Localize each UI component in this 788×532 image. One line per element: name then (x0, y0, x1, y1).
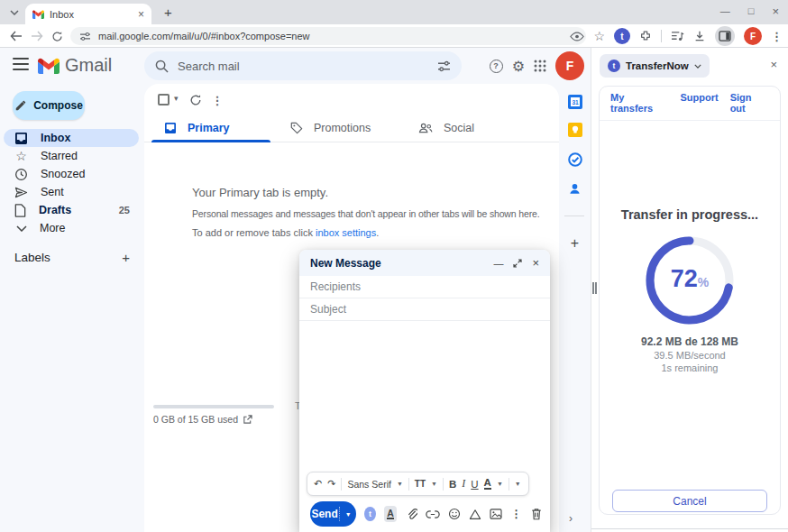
forward-button[interactable] (28, 27, 46, 45)
extensions-puzzle-icon[interactable] (639, 30, 652, 42)
sidebar-item-snoozed[interactable]: Snoozed (0, 165, 144, 183)
main-menu-icon[interactable] (13, 58, 29, 70)
refresh-button[interactable] (48, 27, 66, 45)
side-panel-source-select[interactable]: t TransferNow (600, 54, 710, 78)
storage-progress-bar (153, 405, 274, 408)
transfernow-compose-icon[interactable]: t (364, 507, 376, 521)
bold-button[interactable]: B (449, 479, 456, 490)
undo-icon[interactable]: ↶ (314, 478, 322, 490)
browser-profile-avatar[interactable]: F (744, 27, 762, 45)
sidebar-item-drafts[interactable]: Drafts 25 (0, 201, 144, 219)
sidebar-item-inbox[interactable]: Inbox (4, 129, 139, 147)
attach-file-icon[interactable] (405, 507, 417, 522)
labels-header: Labels (14, 251, 50, 264)
contacts-icon[interactable] (567, 181, 582, 197)
sidebar-item-more[interactable]: More (0, 219, 144, 237)
draft-file-icon (14, 204, 26, 217)
compose-close-icon[interactable]: × (532, 256, 539, 270)
collapse-panel-arrow[interactable]: › (569, 512, 573, 525)
panel-resize-handle[interactable] (592, 282, 597, 294)
compose-header[interactable]: New Message — × (299, 250, 550, 276)
my-transfers-link[interactable]: My transfers (610, 92, 668, 114)
tab-search-button[interactable] (7, 5, 22, 20)
text-color-button[interactable]: A (484, 478, 491, 490)
transfernow-card: My transfers Support Sign out Transfer i… (599, 86, 781, 515)
back-button[interactable] (7, 27, 25, 45)
transfernow-extension-icon[interactable]: t (614, 28, 630, 44)
subject-input[interactable] (310, 303, 539, 316)
companion-sidebar: 31 + › (559, 84, 591, 532)
send-button[interactable]: Send ▼ (310, 501, 356, 527)
font-caret-icon[interactable]: ▼ (397, 481, 403, 487)
browser-tab-inbox[interactable]: Inbox × (25, 4, 151, 24)
sign-out-link[interactable]: Sign out (730, 92, 769, 114)
media-controls-icon[interactable] (671, 31, 684, 41)
inbox-settings-link[interactable]: inbox settings (316, 227, 376, 238)
create-label-button[interactable]: + (122, 250, 130, 265)
gmail-profile-avatar[interactable]: F (555, 51, 584, 80)
tab-primary[interactable]: Primary (151, 113, 270, 142)
window-maximize-button[interactable]: □ (748, 5, 755, 16)
window-minimize-button[interactable]: — (720, 5, 730, 16)
refresh-list-button[interactable] (188, 92, 204, 108)
search-input[interactable] (178, 60, 428, 73)
get-addons-button[interactable]: + (567, 235, 582, 251)
password-eye-icon[interactable] (570, 32, 584, 41)
discard-draft-icon[interactable] (530, 507, 543, 522)
window-close-button[interactable]: × (772, 5, 779, 18)
recipients-input[interactable] (310, 280, 539, 293)
insert-image-icon[interactable] (490, 507, 502, 522)
formatting-options-button[interactable]: A (384, 506, 397, 522)
font-size-button[interactable]: TT (415, 479, 426, 489)
tasks-icon[interactable] (567, 151, 582, 167)
search-bar[interactable] (144, 51, 462, 80)
apps-grid-icon[interactable] (531, 57, 549, 75)
underline-button[interactable]: U (471, 479, 478, 490)
tab-social[interactable]: Social (406, 113, 532, 142)
sidebar-item-sent[interactable]: Sent (0, 183, 144, 201)
font-family-select[interactable]: Sans Serif (347, 479, 390, 490)
help-icon[interactable]: ? (487, 57, 505, 75)
tab-promotions[interactable]: Promotions (278, 113, 402, 142)
gmail-sidebar: Compose Inbox ☆ Starred Snoozed Sent (0, 84, 144, 532)
compose-more-icon[interactable]: ⋮ (510, 507, 523, 522)
compose-button[interactable]: Compose (13, 91, 85, 120)
tab-close-icon[interactable]: × (138, 8, 144, 21)
bookmark-star-icon[interactable]: ☆ (593, 29, 605, 43)
more-formats-icon[interactable]: ▼ (515, 481, 521, 487)
insert-emoji-icon[interactable] (448, 507, 461, 522)
search-filter-icon[interactable] (437, 60, 451, 72)
select-all-checkbox[interactable] (158, 94, 170, 105)
sidebar-item-label: Inbox (41, 132, 70, 144)
redo-icon[interactable]: ↷ (327, 478, 335, 490)
browser-menu-icon[interactable]: ⋮ (771, 30, 783, 43)
transfernow-side-panel: t TransferNow × My transfers Support Sig… (591, 48, 788, 532)
support-link[interactable]: Support (680, 92, 718, 114)
cancel-button[interactable]: Cancel (612, 490, 767, 512)
sidebar-item-starred[interactable]: ☆ Starred (0, 147, 144, 165)
keep-icon[interactable] (567, 122, 582, 137)
browser-tabstrip: Inbox × + — □ × (0, 0, 788, 24)
compose-popout-icon[interactable] (513, 259, 522, 268)
calendar-icon[interactable]: 31 (567, 94, 582, 109)
send-options-caret[interactable]: ▼ (340, 511, 356, 518)
send-plane-icon (14, 187, 28, 198)
list-more-button[interactable]: ⋮ (209, 92, 225, 108)
select-dropdown-icon[interactable]: ▾ (174, 94, 179, 103)
insert-link-icon[interactable] (426, 507, 440, 522)
compose-minimize-icon[interactable]: — (493, 258, 503, 269)
tab-promotions-label: Promotions (314, 122, 371, 134)
external-link-icon[interactable] (243, 415, 252, 425)
subject-row[interactable] (299, 298, 550, 321)
insert-drive-icon[interactable] (469, 507, 481, 522)
color-caret-icon[interactable]: ▼ (497, 481, 503, 487)
address-bar[interactable]: mail.google.com/mail/u/0/#inbox?compose=… (70, 27, 586, 45)
side-panel-toggle[interactable] (715, 26, 735, 46)
settings-gear-icon[interactable]: ⚙ (509, 57, 527, 75)
new-tab-button[interactable]: + (160, 5, 176, 20)
side-panel-close-icon[interactable]: × (770, 58, 777, 71)
downloads-icon[interactable] (693, 30, 706, 42)
italic-button[interactable]: I (462, 477, 465, 491)
recipients-row[interactable] (299, 276, 550, 298)
size-caret-icon[interactable]: ▼ (431, 481, 437, 487)
